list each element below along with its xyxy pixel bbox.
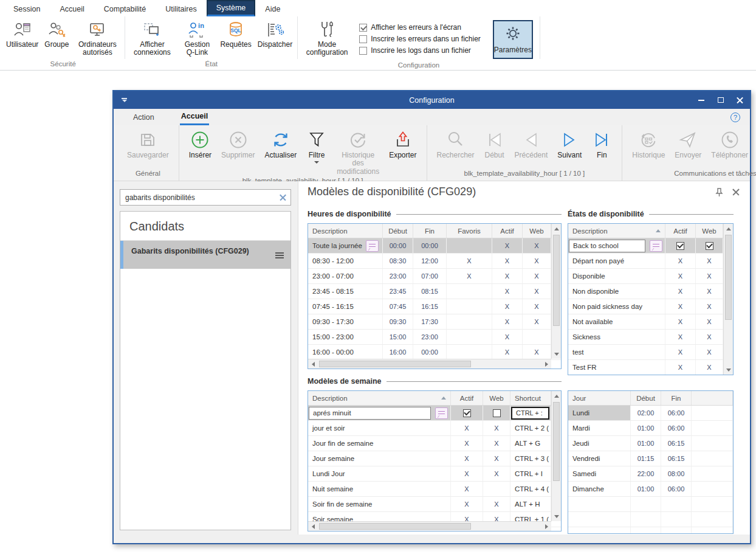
cell[interactable]: 23:00 - 07:00: [308, 269, 383, 283]
table-row[interactable]: DisponibleXX: [568, 269, 733, 284]
scroll-up-button[interactable]: [724, 224, 734, 234]
envoyer-button[interactable]: Envoyer: [670, 128, 706, 159]
cell[interactable]: Mardi: [568, 421, 631, 435]
scroll-right-button[interactable]: [541, 522, 551, 531]
checkbox-checked[interactable]: [706, 242, 713, 250]
cell[interactable]: 22:00: [631, 466, 661, 481]
cell[interactable]: [692, 451, 733, 466]
cell[interactable]: Jour semaine: [308, 451, 451, 466]
cell[interactable]: [692, 527, 733, 534]
cell[interactable]: [661, 512, 692, 527]
scroll-left-button[interactable]: [308, 522, 318, 531]
cell[interactable]: CTRL + :: [510, 406, 551, 420]
cell[interactable]: X: [483, 497, 510, 511]
note-icon[interactable]: [366, 240, 379, 252]
cell[interactable]: X: [451, 436, 483, 451]
tab-accueil[interactable]: Accueil: [50, 0, 94, 16]
cell[interactable]: 08:15: [413, 284, 447, 299]
maximize-button[interactable]: [711, 91, 730, 109]
debut-button[interactable]: Début: [479, 128, 510, 159]
table-row[interactable]: jour et soirXXCTRL + 2 (: [308, 421, 561, 436]
clear-search-icon[interactable]: [275, 190, 290, 205]
table-row[interactable]: Non paid sickness dayXX: [568, 299, 733, 314]
cell[interactable]: Soir fin de semaine: [308, 497, 451, 511]
historique-modifications-button[interactable]: Historique des modifications: [332, 128, 384, 176]
close-panel-icon[interactable]: [732, 189, 740, 196]
cell[interactable]: Disponible: [568, 269, 665, 283]
minimize-button[interactable]: [692, 91, 711, 109]
tab-utilitaires[interactable]: Utilitaires: [156, 0, 206, 16]
cell[interactable]: 23:45: [383, 284, 413, 299]
suivant-button[interactable]: Suivant: [552, 128, 586, 159]
cell[interactable]: X: [665, 345, 696, 359]
cell[interactable]: aprés minuit: [308, 406, 451, 420]
cell[interactable]: Test FR: [568, 360, 665, 375]
dialog-tab-action[interactable]: Action: [132, 109, 156, 125]
table-row[interactable]: 15:00 - 23:0015:0023:00X: [308, 330, 561, 345]
scroll-thumb[interactable]: [553, 235, 560, 326]
column-header[interactable]: Web: [696, 224, 723, 238]
cell[interactable]: Vendredi: [568, 451, 631, 466]
dialog-titlebar[interactable]: Configuration: [114, 91, 750, 109]
filtre-button[interactable]: Filtre: [301, 128, 332, 164]
cell[interactable]: X: [451, 482, 483, 496]
cell[interactable]: X: [492, 330, 523, 344]
scroll-left-button[interactable]: [308, 359, 318, 369]
column-header[interactable]: Début: [631, 391, 661, 405]
cell[interactable]: X: [523, 345, 551, 359]
scroll-thumb[interactable]: [725, 235, 732, 320]
cell[interactable]: 06:15: [661, 451, 692, 466]
cell[interactable]: X: [451, 497, 483, 511]
cell[interactable]: [692, 466, 733, 481]
cell[interactable]: 06:00: [661, 421, 692, 435]
table-row[interactable]: Vendredi01:1506:15: [568, 451, 733, 466]
cell[interactable]: X: [696, 299, 723, 314]
cell[interactable]: Lundi: [568, 406, 631, 420]
cell[interactable]: [523, 330, 551, 344]
cell[interactable]: CTRL + 3 (: [510, 451, 551, 466]
table-row[interactable]: Back to school: [568, 238, 733, 254]
scroll-thumb[interactable]: [553, 402, 560, 481]
cell[interactable]: 23:45 - 08:15: [308, 284, 383, 299]
table-row[interactable]: Jour semaineXXCTRL + 3 (: [308, 451, 561, 466]
cell[interactable]: X: [492, 314, 523, 329]
table-row[interactable]: Soir fin de semaineXXALT + H: [308, 497, 561, 512]
cell[interactable]: X: [451, 421, 483, 435]
column-header[interactable]: Description: [308, 391, 451, 405]
tab-comptabilite[interactable]: Comptabilité: [94, 0, 156, 16]
checkbox-inscrire-erreurs[interactable]: Inscrire les erreurs dans un fichier: [359, 35, 481, 43]
cell[interactable]: X: [492, 345, 523, 359]
cell[interactable]: 01:15: [631, 451, 661, 466]
cell[interactable]: X: [665, 330, 696, 344]
column-header[interactable]: Début: [383, 224, 413, 238]
cell[interactable]: [447, 330, 492, 344]
checkbox-inscrire-logs[interactable]: Inscrire les logs dans un fichier: [359, 46, 481, 55]
cell[interactable]: X: [492, 299, 523, 314]
cell[interactable]: X: [447, 254, 492, 268]
cell[interactable]: X: [492, 269, 523, 283]
cell[interactable]: X: [483, 451, 510, 466]
cell[interactable]: [692, 406, 733, 420]
table-row[interactable]: Non disponibleXX: [568, 284, 733, 299]
cell[interactable]: X: [523, 299, 551, 314]
cell[interactable]: X: [447, 269, 492, 283]
scroll-thumb[interactable]: [319, 361, 471, 367]
cell[interactable]: [631, 497, 661, 511]
cell[interactable]: 00:00: [383, 238, 413, 253]
cell[interactable]: Toute la journée: [308, 238, 383, 253]
column-header[interactable]: Web: [483, 391, 510, 405]
table-row[interactable]: 08:30 - 12:0008:3012:00XXX: [308, 254, 561, 269]
table-row[interactable]: Toute la journée00:0000:00XX: [308, 238, 561, 254]
cell[interactable]: [631, 527, 661, 534]
cell[interactable]: 01:00: [631, 421, 661, 435]
table-row[interactable]: 07:45 - 16:1507:4516:15XX: [308, 299, 561, 314]
cell[interactable]: X: [483, 421, 510, 435]
vertical-scrollbar[interactable]: [551, 391, 561, 521]
cell[interactable]: 06:00: [661, 482, 692, 496]
cell[interactable]: 15:00: [383, 330, 413, 344]
edit-cell[interactable]: Back to school: [569, 240, 645, 252]
cell[interactable]: X: [523, 254, 551, 268]
scroll-up-button[interactable]: [552, 224, 562, 234]
cell[interactable]: 07:00: [413, 269, 447, 283]
table-row[interactable]: Jour fin de semaineXXALT + G: [308, 436, 561, 451]
